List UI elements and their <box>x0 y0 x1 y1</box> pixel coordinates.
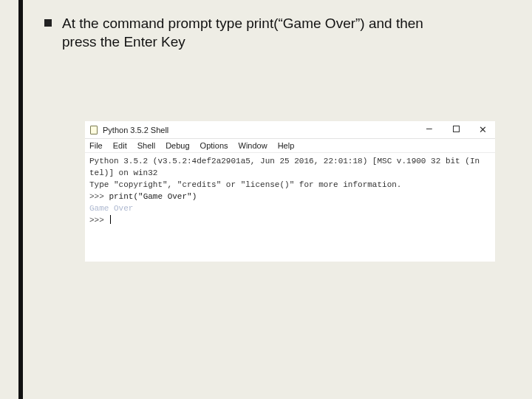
shell-titlebar: Python 3.5.2 Shell – ✕ <box>85 121 495 139</box>
bullet-text: At the command prompt type print(“Game O… <box>62 15 446 51</box>
maximize-icon[interactable] <box>451 126 461 134</box>
menu-window[interactable]: Window <box>239 141 267 150</box>
menu-debug[interactable]: Debug <box>166 141 189 150</box>
prompt-2: >>> <box>89 216 104 225</box>
slide-content: At the command prompt type print(“Game O… <box>44 15 488 51</box>
shell-body[interactable]: Python 3.5.2 (v3.5.2:4def2a2901a5, Jun 2… <box>85 153 495 230</box>
menu-file[interactable]: File <box>89 141 103 150</box>
shell-title: Python 3.5.2 Shell <box>103 126 168 134</box>
menu-edit[interactable]: Edit <box>113 141 127 150</box>
minimize-icon[interactable]: – <box>424 123 434 133</box>
python-file-icon <box>89 126 98 134</box>
command-output: Game Over <box>89 204 133 213</box>
menu-help[interactable]: Help <box>278 141 295 150</box>
prompt-1: >>> <box>89 192 104 201</box>
banner-line-1: Python 3.5.2 (v3.5.2:4def2a2901a5, Jun 2… <box>89 157 480 166</box>
python-shell-window: Python 3.5.2 Shell – ✕ File Edit Shell D… <box>85 121 495 262</box>
shell-menubar: File Edit Shell Debug Options Window Hel… <box>85 139 495 153</box>
window-controls: – ✕ <box>424 125 491 135</box>
banner-line-3: Type "copyright", "credits" or "license(… <box>89 180 401 189</box>
close-icon[interactable]: ✕ <box>477 125 488 134</box>
text-cursor <box>110 215 111 224</box>
left-accent-stripe <box>18 0 23 399</box>
bullet-square-icon <box>44 19 52 27</box>
menu-shell[interactable]: Shell <box>137 141 155 150</box>
menu-options[interactable]: Options <box>200 141 228 150</box>
bullet-row: At the command prompt type print(“Game O… <box>44 15 488 51</box>
banner-line-2: tel)] on win32 <box>89 168 157 177</box>
typed-command: print("Game Over") <box>109 192 197 201</box>
